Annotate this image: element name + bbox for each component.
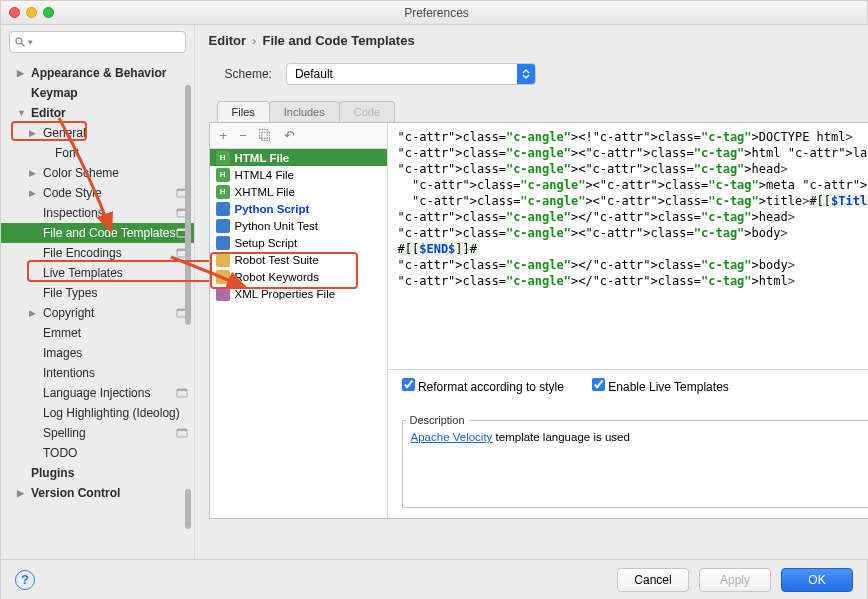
disclosure-icon: ▶ xyxy=(29,308,38,318)
chevron-updown-icon xyxy=(517,64,535,84)
svg-point-0 xyxy=(16,38,22,44)
live-templates-checkbox[interactable]: Enable Live Templates xyxy=(592,378,729,394)
robot-file-icon xyxy=(216,270,230,284)
html-file-icon: H xyxy=(216,168,230,182)
sidebar-item-label: Version Control xyxy=(31,486,120,500)
description-label: Description xyxy=(406,414,469,426)
dialog-footer: ? Cancel Apply OK xyxy=(1,559,867,599)
sidebar-item-inspections[interactable]: Inspections xyxy=(1,203,194,223)
sidebar-item-file-and-code-templates[interactable]: File and Code Templates xyxy=(1,223,194,243)
tab-includes[interactable]: Includes xyxy=(269,101,340,122)
sidebar-item-label: Color Scheme xyxy=(43,166,119,180)
sidebar-item-font[interactable]: Font xyxy=(1,143,194,163)
sidebar-item-file-types[interactable]: File Types xyxy=(1,283,194,303)
add-template-button[interactable]: + xyxy=(220,128,228,143)
breadcrumb-leaf: File and Code Templates xyxy=(262,33,414,48)
sidebar-item-spelling[interactable]: Spelling xyxy=(1,423,194,443)
search-input[interactable]: ▾ xyxy=(9,31,186,53)
ok-button[interactable]: OK xyxy=(781,568,853,592)
sidebar-item-version-control[interactable]: ▶Version Control xyxy=(1,483,194,503)
breadcrumb-sep-icon: › xyxy=(252,33,256,48)
remove-template-button[interactable]: − xyxy=(239,128,247,143)
project-scope-icon xyxy=(176,387,188,399)
sidebar-item-label: Intentions xyxy=(43,366,95,380)
apache-velocity-link[interactable]: Apache Velocity xyxy=(411,431,493,443)
sidebar-item-label: Plugins xyxy=(31,466,74,480)
scrollbar-bottom[interactable] xyxy=(185,489,191,529)
settings-tree[interactable]: ▶Appearance & BehaviorKeymap▼Editor▶Gene… xyxy=(1,59,194,559)
sidebar-item-label: TODO xyxy=(43,446,77,460)
scheme-value: Default xyxy=(287,67,517,81)
template-item-robot-test-suite[interactable]: Robot Test Suite xyxy=(210,251,387,268)
sidebar-item-language-injections[interactable]: Language Injections xyxy=(1,383,194,403)
sidebar-item-images[interactable]: Images xyxy=(1,343,194,363)
disclosure-icon: ▶ xyxy=(17,488,26,498)
template-tabs: FilesIncludesCode xyxy=(209,99,868,123)
template-item-xhtml-file[interactable]: HXHTML File xyxy=(210,183,387,200)
undo-button[interactable]: ↶ xyxy=(284,128,295,143)
xml-file-icon xyxy=(216,287,230,301)
template-list[interactable]: HHTML FileHHTML4 FileHXHTML FilePython S… xyxy=(210,149,387,518)
sidebar-item-label: Language Injections xyxy=(43,386,150,400)
python-file-icon xyxy=(216,219,230,233)
template-item-setup-script[interactable]: Setup Script xyxy=(210,234,387,251)
sidebar-item-emmet[interactable]: Emmet xyxy=(1,323,194,343)
python-file-icon xyxy=(216,202,230,216)
sidebar-item-label: Appearance & Behavior xyxy=(31,66,166,80)
sidebar-item-editor[interactable]: ▼Editor xyxy=(1,103,194,123)
sidebar-item-copyright[interactable]: ▶Copyright xyxy=(1,303,194,323)
template-item-html-file[interactable]: HHTML File xyxy=(210,149,387,166)
sidebar-item-label: Font xyxy=(55,146,79,160)
sidebar-item-label: Images xyxy=(43,346,82,360)
scheme-select[interactable]: Default xyxy=(286,63,536,85)
svg-rect-15 xyxy=(177,429,187,431)
help-button[interactable]: ? xyxy=(15,570,35,590)
tab-code: Code xyxy=(339,101,395,122)
sidebar-item-label: Copyright xyxy=(43,306,94,320)
scheme-label: Scheme: xyxy=(225,67,272,81)
disclosure-icon: ▶ xyxy=(29,168,38,178)
sidebar-item-general[interactable]: ▶General xyxy=(1,123,194,143)
template-item-python-unit-test[interactable]: Python Unit Test xyxy=(210,217,387,234)
sidebar-item-label: File Types xyxy=(43,286,97,300)
sidebar-item-label: Editor xyxy=(31,106,66,120)
template-list-pane: + − ⿻ ↶ HHTML FileHHTML4 FileHXHTML File… xyxy=(210,123,388,518)
template-item-xml-properties-file[interactable]: XML Properties File xyxy=(210,285,387,302)
copy-template-button[interactable]: ⿻ xyxy=(259,128,272,143)
sidebar-item-live-templates[interactable]: Live Templates xyxy=(1,263,194,283)
scheme-row: Scheme: Default xyxy=(195,55,868,99)
cancel-button[interactable]: Cancel xyxy=(617,568,689,592)
template-item-python-script[interactable]: Python Script xyxy=(210,200,387,217)
template-code-editor[interactable]: "c-attr">class="c-angle"><!"c-attr">clas… xyxy=(388,123,868,370)
template-item-robot-keywords[interactable]: Robot Keywords xyxy=(210,268,387,285)
description-box: Apache Velocity template language is use… xyxy=(402,420,868,508)
sidebar-item-code-style[interactable]: ▶Code Style xyxy=(1,183,194,203)
disclosure-icon: ▶ xyxy=(29,128,38,138)
sidebar-item-keymap[interactable]: Keymap xyxy=(1,83,194,103)
sidebar-item-intentions[interactable]: Intentions xyxy=(1,363,194,383)
sidebar-item-label: Log Highlighting (Ideolog) xyxy=(43,406,180,420)
disclosure-icon: ▶ xyxy=(29,188,38,198)
sidebar-item-label: General xyxy=(43,126,86,140)
sidebar-item-file-encodings[interactable]: File Encodings xyxy=(1,243,194,263)
main-pane: Editor › File and Code Templates Scheme:… xyxy=(195,25,868,559)
sidebar-item-todo[interactable]: TODO xyxy=(1,443,194,463)
html-file-icon: H xyxy=(216,151,230,165)
titlebar: Preferences xyxy=(1,1,867,25)
sidebar-item-appearance-behavior[interactable]: ▶Appearance & Behavior xyxy=(1,63,194,83)
template-editor-pane: "c-attr">class="c-angle"><!"c-attr">clas… xyxy=(388,123,868,518)
sidebar-item-label: Spelling xyxy=(43,426,86,440)
apply-button[interactable]: Apply xyxy=(699,568,771,592)
sidebar-item-log-highlighting-ideolog-[interactable]: Log Highlighting (Ideolog) xyxy=(1,403,194,423)
reformat-checkbox[interactable]: Reformat according to style xyxy=(402,378,564,394)
search-icon xyxy=(14,36,26,48)
sidebar-item-label: Emmet xyxy=(43,326,81,340)
sidebar-item-label: Keymap xyxy=(31,86,78,100)
sidebar-item-label: File and Code Templates xyxy=(43,226,176,240)
scrollbar[interactable] xyxy=(185,85,191,325)
sidebar-item-plugins[interactable]: Plugins xyxy=(1,463,194,483)
tab-files[interactable]: Files xyxy=(217,101,270,122)
template-toolbar: + − ⿻ ↶ xyxy=(210,123,387,149)
template-item-html4-file[interactable]: HHTML4 File xyxy=(210,166,387,183)
sidebar-item-color-scheme[interactable]: ▶Color Scheme xyxy=(1,163,194,183)
